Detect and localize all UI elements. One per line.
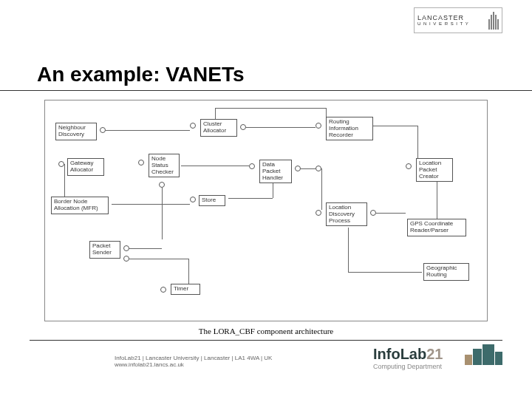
wire [274, 108, 326, 109]
university-name: LANCASTER [417, 15, 469, 21]
comp-node-status: Node Status Checker [149, 154, 180, 177]
port-icon [100, 127, 106, 133]
wire [373, 126, 417, 126]
university-sub: U N I V E R S I T Y [417, 21, 469, 26]
wire [301, 168, 316, 169]
footer-address-line: InfoLab21 | Lancaster University | Lanca… [115, 355, 272, 361]
wire [273, 183, 273, 198]
wire [228, 198, 273, 199]
port-icon [406, 163, 412, 169]
comp-border-node: Border Node Allocation (MFR) [51, 197, 109, 214]
wire [348, 272, 422, 273]
comp-gps: GPS Coordinate Reader/Parser [407, 219, 466, 236]
port-icon [160, 287, 166, 293]
port-icon [190, 123, 196, 129]
footer-address: InfoLab21 | Lancaster University | Lanca… [115, 355, 272, 368]
wire [437, 182, 437, 219]
slide-title: An example: VANETs [37, 63, 245, 86]
port-icon [370, 210, 376, 216]
port-icon [249, 163, 255, 169]
architecture-diagram: Neighbour Discovery Gateway Allocator Bo… [44, 100, 488, 321]
port-icon [123, 245, 129, 251]
wire [181, 166, 249, 166]
wire [348, 228, 349, 272]
footer-url: www.infolab21.lancs.ac.uk [115, 361, 272, 368]
port-icon [138, 160, 144, 166]
wire [106, 130, 190, 131]
comp-gateway-allocator: Gateway Allocator [67, 158, 104, 176]
infolab-logo: InfoLab21 Computing Department [373, 344, 502, 385]
comp-timer: Timer [171, 284, 200, 295]
wire [376, 213, 406, 214]
wire [64, 164, 65, 197]
wire [129, 259, 188, 259]
wire [129, 248, 162, 249]
comp-location-discovery: Location Discovery Process [326, 202, 367, 226]
wire [112, 204, 190, 205]
wire [321, 168, 322, 210]
wire [215, 108, 274, 109]
comp-location-packet: Location Packet Creator [416, 158, 453, 182]
wire [246, 127, 316, 128]
wire [215, 108, 216, 119]
brand-number: 21 [426, 346, 443, 362]
buildings-icon [465, 344, 502, 365]
lancaster-logo: LANCASTER U N I V E R S I T Y [414, 7, 502, 33]
logo-bars-icon [488, 12, 499, 30]
comp-neighbour-discovery: Neighbour Discovery [55, 123, 97, 140]
port-icon [190, 197, 196, 202]
wire [326, 108, 327, 117]
port-icon [316, 210, 321, 216]
wire [417, 126, 418, 158]
comp-cluster-allocator: Cluster Allocator [200, 119, 237, 137]
port-icon [316, 166, 321, 171]
footer-divider [30, 340, 502, 341]
port-icon [123, 256, 129, 262]
comp-data-packet: Data Packet Handler [259, 160, 292, 183]
wire [188, 259, 189, 284]
logo-text-block: LANCASTER U N I V E R S I T Y [417, 15, 469, 26]
title-underline [0, 90, 532, 91]
comp-packet-sender: Packet Sender [89, 241, 120, 259]
port-icon [58, 161, 64, 167]
port-icon [159, 182, 165, 188]
brand-text: InfoLab [373, 346, 426, 362]
diagram-caption: The LORA_CBF component architecture [0, 327, 532, 335]
port-icon [240, 124, 246, 130]
port-icon [295, 166, 301, 171]
comp-store: Store [199, 195, 225, 206]
comp-geographic-routing: Geographic Routing [423, 263, 469, 281]
port-icon [316, 123, 321, 129]
comp-routing-info: Routing Information Recorder [326, 117, 373, 140]
wire [162, 188, 163, 239]
